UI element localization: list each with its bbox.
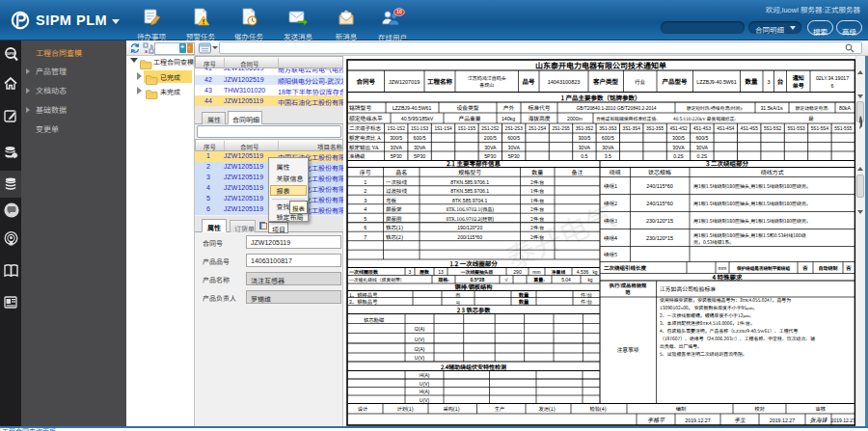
svg-text:行业: 行业 bbox=[635, 78, 646, 86]
svg-text:GB/T20840.1-2010 GB/T20840.2-2: GB/T20840.1-2010 GB/T20840.2-2014 bbox=[577, 106, 657, 111]
svg-text:额定动稳定电流:: 额定动稳定电流: bbox=[796, 104, 829, 111]
svg-text:2.4辅助绕组伏安特性检测: 2.4辅助绕组伏安特性检测 bbox=[441, 363, 506, 371]
svg-text:1S1-1S2: 1S1-1S2 bbox=[388, 126, 406, 131]
svg-text:单号: 单号 bbox=[793, 81, 804, 90]
svg-text:600/5: 600/5 bbox=[602, 135, 614, 141]
svg-text:40.5/95/185kV: 40.5/95/185kV bbox=[401, 116, 434, 121]
svg-text:3、本项目配枕连接8TK4.516.0006，1件/台。: 3、本项目配枕连接8TK4.516.0006，1件/台。 bbox=[660, 319, 755, 326]
svg-text:设计: 设计 bbox=[358, 405, 368, 413]
svg-text:2: 2 bbox=[364, 188, 366, 194]
svg-text:4S1-4S4: 4S1-4S4 bbox=[717, 126, 735, 131]
svg-text:LZZBJ9-40.5W61: LZZBJ9-40.5W61 bbox=[696, 79, 737, 85]
svg-text:U(V): U(V) bbox=[420, 381, 430, 387]
svg-text:二次端子标志: 二次端子标志 bbox=[349, 124, 382, 132]
svg-text:4.536: 4.536 bbox=[577, 269, 589, 275]
svg-text:8TK.106.9702.1(微晶): 8TK.106.9702.1(微晶) bbox=[446, 205, 494, 213]
svg-text:300/5: 300/5 bbox=[672, 135, 685, 141]
svg-text:5S1-5S4: 5S1-5S4 bbox=[811, 126, 829, 131]
svg-text:b: b bbox=[150, 43, 153, 49]
svg-text:产品重量: 产品重量 bbox=[458, 114, 480, 122]
svg-text:2件/台: 2件/台 bbox=[530, 215, 544, 222]
svg-text:张海锋: 张海锋 bbox=[809, 416, 827, 424]
svg-text:3S1-3S3: 3S1-3S3 bbox=[599, 126, 617, 131]
svg-text:1: 1 bbox=[364, 179, 366, 185]
svg-text:2件/台: 2件/台 bbox=[530, 233, 544, 240]
svg-text:数量: 数量 bbox=[531, 168, 543, 176]
svg-text:2S1-2S4: 2S1-2S4 bbox=[529, 126, 547, 131]
svg-text:发运(1): 发运(1) bbox=[538, 405, 555, 413]
svg-text:5S1-5S3: 5S1-5S3 bbox=[787, 126, 805, 131]
svg-text:准确级: 准确级 bbox=[349, 152, 366, 160]
svg-text:层数: 层数 bbox=[419, 268, 430, 275]
svg-text:3.5: 3.5 bbox=[605, 153, 611, 159]
svg-text:5S1-5S5: 5S1-5S5 bbox=[834, 126, 853, 131]
svg-text:14043100823: 14043100823 bbox=[548, 79, 581, 85]
svg-text:I4(A): I4(A) bbox=[420, 372, 430, 378]
svg-text:1 产品主要参数（铭牌参数）: 1 产品主要参数（铭牌参数） bbox=[560, 93, 640, 102]
svg-text:户外: 户外 bbox=[503, 103, 515, 112]
svg-text:计划(1): 计划(1) bbox=[396, 405, 413, 413]
svg-text:绕组1: 绕组1 bbox=[604, 182, 617, 190]
svg-text:2、钢板品号: 2、钢板品号 bbox=[349, 298, 377, 306]
svg-text:0.5: 0.5 bbox=[581, 153, 587, 159]
svg-text:出负载、出厂编号。: 出负载、出厂编号。 bbox=[660, 342, 702, 349]
svg-text:200/115*60: 200/115*60 bbox=[457, 234, 482, 240]
svg-text:0.5*28: 0.5*28 bbox=[470, 277, 484, 283]
svg-text:8TKN.585.9706.1: 8TKN.585.9706.1 bbox=[450, 188, 489, 194]
svg-text:I4(A): I4(A) bbox=[420, 389, 430, 394]
svg-text:2 3 铁芯参数: 2 3 铁芯参数 bbox=[457, 306, 492, 314]
svg-text:4、包装箱头需要注明，产品名称（LZZBJ9-40.5W61: 4、包装箱头需要注明，产品名称（LZZBJ9-40.5W61）、工程代号 bbox=[660, 327, 798, 334]
svg-text:13: 13 bbox=[438, 269, 444, 275]
svg-text:图: 图 bbox=[456, 291, 461, 298]
svg-text:额定输出 VA: 额定输出 VA bbox=[349, 144, 379, 151]
svg-text:5: 5 bbox=[364, 216, 366, 222]
svg-text:否: 否 bbox=[801, 264, 808, 272]
svg-text:2S1-2S2: 2S1-2S2 bbox=[481, 126, 500, 131]
svg-text:6: 6 bbox=[831, 83, 834, 89]
svg-text:30VA: 30VA bbox=[672, 145, 685, 150]
svg-text:2件/台: 2件/台 bbox=[530, 224, 544, 230]
svg-text:（197607）、绝缘号（24.006.203C）、工程名称: （197607）、绝缘号（24.006.203C）、工程名称、中堂柱、饮次组合、… bbox=[660, 335, 815, 341]
svg-text:使用特殊安装板，安装板规格品号为：8TK4.055.0247: 使用特殊安装板，安装板规格品号为：8TK4.055.0247，品号为 bbox=[660, 296, 791, 303]
svg-text:5P30: 5P30 bbox=[414, 153, 425, 159]
svg-text:绕组5: 绕组5 bbox=[604, 251, 617, 258]
svg-text:6: 6 bbox=[364, 225, 366, 230]
svg-text:30VA: 30VA bbox=[579, 145, 591, 150]
svg-text:铭牌型号: 铭牌型号 bbox=[349, 103, 371, 112]
svg-text:客户类型: 客户类型 bbox=[592, 76, 619, 86]
svg-text:校对: 校对 bbox=[754, 405, 765, 413]
svg-text:2019.12.27: 2019.12.27 bbox=[770, 418, 796, 423]
svg-text:备注: 备注 bbox=[571, 168, 583, 176]
svg-text:80kA: 80kA bbox=[839, 105, 851, 111]
svg-text:铁芯规格: 铁芯规格 bbox=[648, 168, 671, 176]
svg-text:用1根1.5线绕制180匝抽头,用1根1.5线绕制180匝绕: 用1根1.5线绕制180匝抽头,用1根1.5线绕制180匝绕完。 bbox=[693, 200, 811, 207]
svg-text:绕组4: 绕组4 bbox=[604, 234, 617, 242]
svg-text:否: 否 bbox=[845, 264, 852, 272]
svg-text:一次捆扎绕线（成套铜带）: 一次捆扎绕线（成套铜带） bbox=[349, 276, 405, 283]
svg-text:I2(A): I2(A) bbox=[415, 326, 425, 332]
svg-text:绕组2: 绕组2 bbox=[604, 200, 617, 207]
svg-text:1S1-1S3: 1S1-1S3 bbox=[411, 126, 429, 131]
svg-text:4: 4 bbox=[364, 206, 366, 212]
svg-text:江苏妈鸿江自码头: 江苏妈鸿江自码头 bbox=[468, 74, 506, 81]
svg-text:√: √ bbox=[504, 277, 508, 283]
svg-text:李生: 李生 bbox=[734, 416, 746, 424]
svg-text:绕组3: 绕组3 bbox=[604, 217, 617, 225]
svg-text:3 二次绕组部分: 3 二次绕组部分 bbox=[706, 158, 749, 168]
svg-text:4S1-4S5: 4S1-4S5 bbox=[741, 126, 759, 131]
svg-text:kg: kg bbox=[592, 270, 597, 275]
svg-text:2S1-2S5: 2S1-2S5 bbox=[552, 126, 570, 131]
svg-text:一次线圈抽头匝: 一次线圈抽头匝 bbox=[461, 268, 494, 275]
svg-text:铁芯励磁: 铁芯励磁 bbox=[364, 316, 385, 324]
svg-text:190/120*20: 190/120*20 bbox=[457, 225, 482, 230]
svg-text:李格平: 李格平 bbox=[647, 416, 665, 424]
svg-text:30VA: 30VA bbox=[696, 145, 709, 150]
svg-text:13090102x00， 安装板剩余厚度不小于95μm。: 13090102x00， 安装板剩余厚度不小于95μm。 bbox=[660, 304, 757, 310]
svg-text:5.04: 5.04 bbox=[561, 277, 571, 283]
svg-text:5P30: 5P30 bbox=[508, 153, 520, 159]
svg-text:300/5: 300/5 bbox=[390, 135, 402, 141]
svg-text:LZZBJ9-40.5W61: LZZBJ9-40.5W61 bbox=[393, 105, 432, 111]
svg-text:200/5: 200/5 bbox=[484, 135, 497, 141]
svg-text:240/115*60: 240/115*60 bbox=[646, 201, 673, 206]
svg-text:一次线圈匝数: 一次线圈匝数 bbox=[349, 268, 379, 275]
